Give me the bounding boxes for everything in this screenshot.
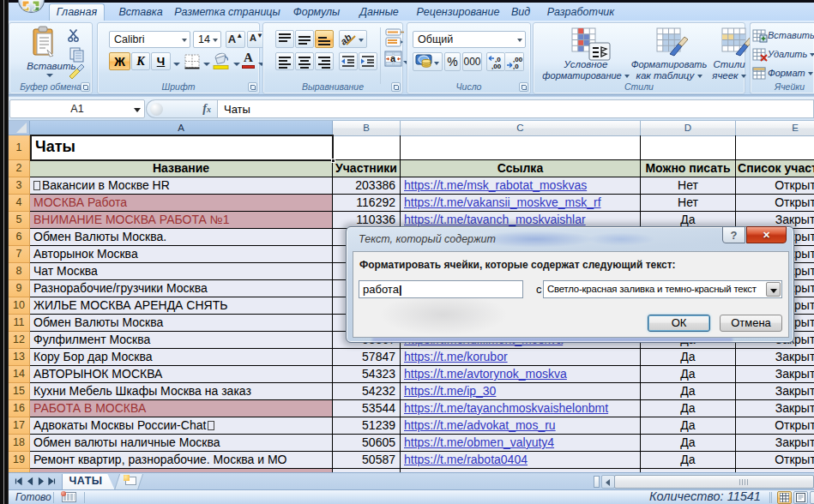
svg-text:,00: ,00 xyxy=(491,63,502,70)
svg-text:a: a xyxy=(390,53,396,63)
svg-text:,0: ,0 xyxy=(513,63,519,70)
